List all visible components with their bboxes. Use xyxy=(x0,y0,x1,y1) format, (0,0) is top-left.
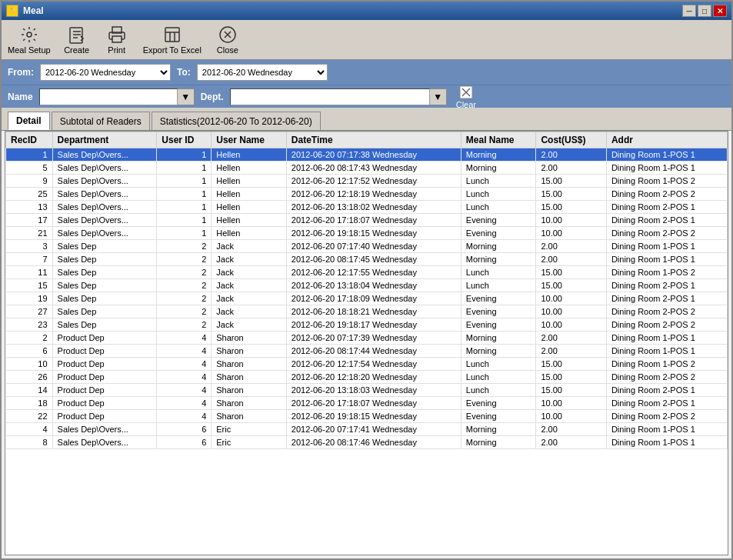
from-date-select[interactable]: 2012-06-20 Wednesday xyxy=(40,64,171,81)
cell-datetime: 2012-06-20 07:17:38 Wednesday xyxy=(286,148,461,162)
cell-cost: 15.00 xyxy=(536,201,607,214)
close-window-button[interactable]: ✕ xyxy=(713,5,727,17)
tab-subtotal[interactable]: Subtotal of Readers xyxy=(52,112,150,130)
table-row[interactable]: 17Sales Dep\Overs...1Hellen2012-06-20 17… xyxy=(6,214,728,227)
close-label: Close xyxy=(217,45,238,55)
table-row[interactable]: 27Sales Dep2Jack2012-06-20 18:18:21 Wedn… xyxy=(6,305,728,318)
cell-addr: Dining Room 1-POS 1 xyxy=(606,423,727,436)
toolbar-meal-setup[interactable]: Meal Setup xyxy=(8,25,51,55)
cell-name: Hellen xyxy=(212,201,287,214)
cell-uid: 2 xyxy=(157,279,212,292)
cell-addr: Dining Room 1-POS 1 xyxy=(606,332,727,345)
table-row[interactable]: 18Product Dep4Sharon2012-06-20 17:18:07 … xyxy=(6,397,728,410)
cell-meal: Lunch xyxy=(461,384,536,397)
svg-rect-4 xyxy=(165,28,179,42)
cell-dept: Sales Dep xyxy=(52,279,157,292)
table-row[interactable]: 19Sales Dep2Jack2012-06-20 17:18:09 Wedn… xyxy=(6,292,728,305)
clear-icon xyxy=(458,85,474,100)
cell-datetime: 2012-06-20 19:18:17 Wednesday xyxy=(286,318,461,332)
table-row[interactable]: 7Sales Dep2Jack2012-06-20 08:17:45 Wedne… xyxy=(6,253,728,266)
name-input[interactable] xyxy=(39,88,178,105)
table-row[interactable]: 25Sales Dep\Overs...1Hellen2012-06-20 12… xyxy=(6,188,728,201)
col-cost: Cost(US$) xyxy=(536,132,607,148)
table-row[interactable]: 26Product Dep4Sharon2012-06-20 12:18:20 … xyxy=(6,371,728,384)
table-row[interactable]: 8Sales Dep\Overs...6Eric2012-06-20 08:17… xyxy=(6,436,728,449)
table-row[interactable]: 2Product Dep4Sharon2012-06-20 07:17:39 W… xyxy=(6,332,728,345)
cell-addr: Dining Room 2-POS 2 xyxy=(606,188,727,201)
cell-dept: Sales Dep xyxy=(52,305,157,318)
cell-name: Jack xyxy=(212,253,287,266)
tab-detail[interactable]: Detail xyxy=(8,112,50,130)
maximize-button[interactable]: □ xyxy=(698,5,711,17)
cell-cost: 2.00 xyxy=(536,345,607,358)
table-row[interactable]: 22Product Dep4Sharon2012-06-20 19:18:15 … xyxy=(6,410,728,423)
cell-addr: Dining Room 2-POS 2 xyxy=(606,410,727,423)
cell-dept: Sales Dep\Overs... xyxy=(52,188,157,201)
table-row[interactable]: 3Sales Dep2Jack2012-06-20 07:17:40 Wedne… xyxy=(6,240,728,253)
cell-cost: 2.00 xyxy=(536,332,607,345)
table-row[interactable]: 10Product Dep4Sharon2012-06-20 12:17:54 … xyxy=(6,358,728,371)
clear-button[interactable]: Clear xyxy=(456,85,476,109)
cell-name: Jack xyxy=(212,240,287,253)
table-row[interactable]: 15Sales Dep2Jack2012-06-20 13:18:04 Wedn… xyxy=(6,279,728,292)
cell-recid: 2 xyxy=(6,332,53,345)
name-dropdown-button[interactable]: ▼ xyxy=(178,88,195,105)
table-row[interactable]: 14Product Dep4Sharon2012-06-20 13:18:03 … xyxy=(6,384,728,397)
table-row[interactable]: 9Sales Dep\Overs...1Hellen2012-06-20 12:… xyxy=(6,175,728,188)
table-row[interactable]: 5Sales Dep\Overs...1Hellen2012-06-20 08:… xyxy=(6,162,728,175)
cell-uid: 2 xyxy=(157,240,212,253)
cell-name: Jack xyxy=(212,292,287,305)
table-row[interactable]: 11Sales Dep2Jack2012-06-20 12:17:55 Wedn… xyxy=(6,266,728,279)
toolbar-create[interactable]: Create xyxy=(63,25,91,55)
table-row[interactable]: 23Sales Dep2Jack2012-06-20 19:18:17 Wedn… xyxy=(6,318,728,332)
cell-recid: 19 xyxy=(6,292,53,305)
table-scroll-area[interactable]: RecID Department User ID User Name DateT… xyxy=(5,132,728,555)
cell-addr: Dining Room 2-POS 2 xyxy=(606,305,727,318)
cell-name: Hellen xyxy=(212,214,287,227)
cell-meal: Morning xyxy=(461,148,536,162)
cell-dept: Sales Dep\Overs... xyxy=(52,227,157,240)
toolbar-close[interactable]: Close xyxy=(214,25,242,55)
toolbar-print[interactable]: Print xyxy=(103,25,131,55)
cell-recid: 6 xyxy=(6,345,53,358)
toolbar-export[interactable]: Export To Excel xyxy=(143,25,202,55)
cell-datetime: 2012-06-20 19:18:15 Wednesday xyxy=(286,410,461,423)
cell-datetime: 2012-06-20 07:17:41 Wednesday xyxy=(286,423,461,436)
cell-uid: 1 xyxy=(157,162,212,175)
cell-dept: Product Dep xyxy=(52,397,157,410)
cell-datetime: 2012-06-20 17:18:07 Wednesday xyxy=(286,214,461,227)
table-row[interactable]: 21Sales Dep\Overs...1Hellen2012-06-20 19… xyxy=(6,227,728,240)
cell-uid: 1 xyxy=(157,214,212,227)
cell-dept: Sales Dep xyxy=(52,266,157,279)
cell-addr: Dining Room 2-POS 1 xyxy=(606,279,727,292)
dept-dropdown-button[interactable]: ▼ xyxy=(430,88,447,105)
svg-point-0 xyxy=(27,32,32,37)
cell-datetime: 2012-06-20 08:17:44 Wednesday xyxy=(286,345,461,358)
table-row[interactable]: 4Sales Dep\Overs...6Eric2012-06-20 07:17… xyxy=(6,423,728,436)
cell-meal: Evening xyxy=(461,227,536,240)
cell-dept: Product Dep xyxy=(52,384,157,397)
col-dept: Department xyxy=(52,132,157,148)
table-row[interactable]: 13Sales Dep\Overs...1Hellen2012-06-20 13… xyxy=(6,201,728,214)
cell-cost: 15.00 xyxy=(536,358,607,371)
cell-name: Hellen xyxy=(212,148,287,162)
cell-cost: 15.00 xyxy=(536,188,607,201)
cell-meal: Lunch xyxy=(461,175,536,188)
cell-datetime: 2012-06-20 18:18:21 Wednesday xyxy=(286,305,461,318)
cell-uid: 6 xyxy=(157,423,212,436)
cell-uid: 1 xyxy=(157,227,212,240)
cell-addr: Dining Room 1-POS 1 xyxy=(606,148,727,162)
cell-meal: Morning xyxy=(461,345,536,358)
cell-uid: 6 xyxy=(157,436,212,449)
minimize-button[interactable]: ─ xyxy=(682,5,696,17)
tab-statistics[interactable]: Statistics(2012-06-20 To 2012-06-20) xyxy=(152,112,321,130)
cell-name: Hellen xyxy=(212,227,287,240)
cell-dept: Sales Dep\Overs... xyxy=(52,201,157,214)
cell-cost: 10.00 xyxy=(536,410,607,423)
table-row[interactable]: 6Product Dep4Sharon2012-06-20 08:17:44 W… xyxy=(6,345,728,358)
table-row[interactable]: 1Sales Dep\Overs...1Hellen2012-06-20 07:… xyxy=(6,148,728,162)
to-date-select[interactable]: 2012-06-20 Wednesday xyxy=(197,64,328,81)
cell-dept: Sales Dep\Overs... xyxy=(52,423,157,436)
dept-input[interactable] xyxy=(230,88,430,105)
cell-dept: Sales Dep\Overs... xyxy=(52,436,157,449)
